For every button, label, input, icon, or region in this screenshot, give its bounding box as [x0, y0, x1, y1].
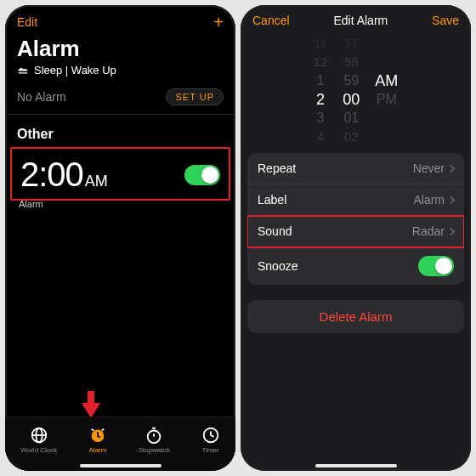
alarm-list-screen: Edit + Alarm Sleep | Wake Up No Alarm SE… [5, 5, 235, 471]
chevron-right-icon [447, 227, 456, 235]
delete-alarm-button[interactable]: Delete Alarm [247, 300, 464, 333]
label-row[interactable]: Label Alarm [247, 184, 464, 216]
alarm-toggle[interactable] [184, 165, 220, 185]
picker-hour-column[interactable]: 11 12 1 2 3 4 [314, 34, 328, 146]
nav-bar: Edit + [5, 5, 235, 32]
tab-timer[interactable]: Timer [201, 426, 220, 454]
picker-period-column[interactable]: AM PM [375, 71, 398, 109]
bed-icon [17, 65, 29, 76]
alarm-icon [88, 426, 107, 445]
tab-alarm[interactable]: Alarm [88, 426, 107, 454]
page-title: Alarm [5, 32, 235, 64]
alarm-settings-list: Repeat Never Label Alarm Sound Radar Sno… [247, 153, 464, 285]
add-alarm-button[interactable]: + [213, 14, 224, 31]
sleep-section-label: Sleep | Wake Up [34, 64, 116, 76]
alarm-label: Alarm [5, 199, 235, 216]
other-section-header: Other [5, 115, 235, 147]
tab-stopwatch[interactable]: Stopwatch [139, 426, 170, 454]
tab-bar: World Clock Alarm Stopwatch Timer [5, 416, 235, 471]
picker-minute-column[interactable]: 57 58 59 00 01 02 [343, 34, 360, 146]
timer-icon [201, 426, 220, 445]
snooze-toggle[interactable] [418, 256, 454, 276]
svg-point-3 [148, 431, 161, 444]
alarm-row[interactable]: 2:00 AM [10, 147, 230, 201]
home-indicator[interactable] [80, 464, 162, 468]
sound-row[interactable]: Sound Radar [247, 216, 464, 247]
setup-button[interactable]: SET UP [166, 88, 224, 105]
time-picker[interactable]: 11 12 1 2 3 4 57 58 59 00 01 02 [241, 34, 471, 146]
sleep-section-header: Sleep | Wake Up [5, 64, 235, 82]
repeat-row[interactable]: Repeat Never [247, 153, 464, 184]
home-indicator[interactable] [315, 464, 397, 468]
page-title: Edit Alarm [333, 14, 388, 27]
globe-icon [30, 426, 48, 445]
save-button[interactable]: Save [432, 14, 459, 27]
snooze-row: Snooze [247, 247, 464, 285]
stopwatch-icon [144, 426, 163, 445]
cancel-button[interactable]: Cancel [252, 14, 290, 27]
no-alarm-label: No Alarm [17, 90, 66, 104]
nav-bar: Cancel Edit Alarm Save [241, 5, 471, 32]
chevron-right-icon [447, 196, 456, 204]
sleep-alarm-row: No Alarm SET UP [5, 82, 235, 115]
chevron-right-icon [447, 164, 456, 173]
alarm-time: 2:00 AM [20, 156, 108, 194]
edit-button[interactable]: Edit [17, 15, 37, 29]
edit-alarm-screen: Cancel Edit Alarm Save 11 12 1 2 3 4 57 … [241, 5, 471, 471]
tab-world-clock[interactable]: World Clock [20, 426, 57, 454]
